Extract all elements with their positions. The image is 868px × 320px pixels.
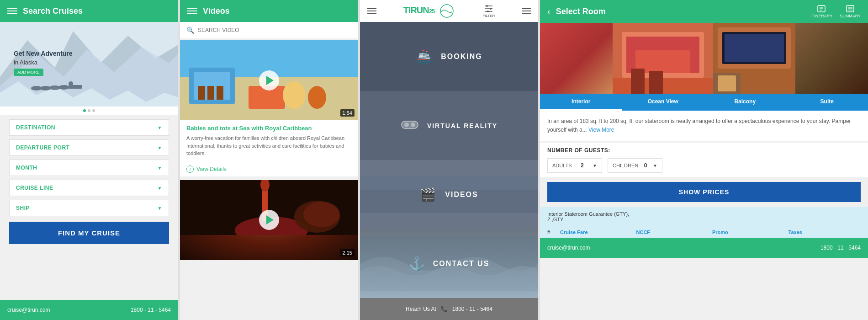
svg-rect-16 (217, 86, 223, 100)
booking-ship-icon: 🚢 (416, 49, 433, 64)
tab-balcony[interactable]: Balcony (704, 94, 786, 111)
itinerary-button[interactable]: ITINERARY (810, 5, 832, 18)
cruise-line-dropdown[interactable]: CRUISE LINE ▼ (9, 180, 169, 196)
month-dropdown[interactable]: MONTH ▼ (9, 160, 169, 176)
children-selector[interactable]: CHILDREN 0 ▼ (608, 158, 662, 173)
video-card-1: 1:54 Babies and tots at Sea with Royal C… (180, 40, 358, 176)
svg-rect-60 (649, 71, 663, 94)
filter-icon (484, 5, 494, 13)
video-card-2: 2:15 (180, 180, 358, 260)
panel3-header: TIRUN25 FILTER (360, 0, 538, 22)
play-icon (266, 76, 274, 85)
guests-row: ADULTS 2 ▼ CHILDREN 0 ▼ (547, 158, 861, 173)
tab-suite[interactable]: Suite (786, 94, 868, 111)
select-room-panel: ‹ Select Room ITINERARY SUMMAR (540, 0, 868, 320)
video1-view-details[interactable]: i View Details (180, 162, 358, 176)
view-details-label: View Details (196, 166, 227, 172)
dot-1[interactable] (83, 109, 86, 112)
panel4-footer-email: cruise@tirun.com (547, 245, 590, 251)
svg-point-34 (404, 123, 409, 127)
hero-action-btn[interactable]: ADD MORE (14, 69, 43, 76)
vr-icon (401, 117, 419, 134)
adults-label: ADULTS (552, 163, 572, 168)
itinerary-icon (817, 5, 826, 13)
filter-form: DESTINATION ▼ DEPARTURE PORT ▼ MONTH ▼ C… (0, 115, 178, 300)
tab-ocean-view[interactable]: Ocean View (622, 94, 704, 111)
destination-dropdown[interactable]: DESTINATION ▼ (9, 119, 169, 136)
footer-email: cruise@tirun.com (7, 307, 50, 313)
menu-item-booking[interactable]: 🚢 BOOKING (360, 22, 538, 91)
panel4-footer-phone: 1800 - 11 - 5464 (820, 245, 861, 251)
menu-item-videos[interactable]: 🎬 VIDEOS (360, 160, 538, 229)
guarantee-label: Interior Stateroom Guarantee (GTY), (547, 211, 861, 217)
summary-label: SUMMARY (840, 14, 861, 18)
reach-us-text: Reach Us At (406, 306, 436, 312)
video1-description: A worry-free vacation for families with … (186, 134, 352, 157)
phone-icon: 📞 (441, 306, 448, 312)
menu-item-vr[interactable]: VIRTUAL REALITY (360, 91, 538, 160)
video2-play-button[interactable] (259, 210, 279, 230)
adults-selector[interactable]: ADULTS 2 ▼ (547, 158, 602, 173)
children-value: 0 (644, 162, 647, 169)
svg-point-9 (69, 81, 73, 86)
dot-3[interactable] (92, 109, 95, 112)
tirun-25: 25 (429, 8, 434, 15)
menu-hamburger-right[interactable] (522, 8, 531, 14)
anchor-icon: ⚓ (409, 256, 426, 271)
video-search-input[interactable] (198, 27, 352, 33)
contact-content: ⚓ CONTACT US (409, 256, 490, 271)
svg-point-18 (283, 81, 306, 109)
room-description: In an area of 183 sq. ft to 200 sq. ft, … (540, 111, 868, 141)
panel1-title: Search Cruises (23, 6, 83, 16)
videos-label: VIDEOS (445, 191, 478, 199)
menu-hamburger[interactable] (367, 8, 376, 14)
guarantee-type: Z ,GTY (547, 217, 861, 222)
main-menu-grid: 🚢 BOOKING VIRTUAL REALITY 🎬 VIDEOS (360, 22, 538, 298)
svg-point-28 (486, 5, 488, 7)
view-more-link[interactable]: View More (588, 127, 614, 133)
header-icons-group: ITINERARY SUMMARY (810, 5, 861, 18)
menu-item-contact[interactable]: ⚓ CONTACT US (360, 229, 538, 298)
footer-phone: 1800 - 11 - 5464 (131, 307, 171, 313)
itinerary-label: ITINERARY (810, 14, 832, 18)
videos-camera-icon: 🎬 (420, 187, 437, 202)
panel1-header: Search Cruises (0, 0, 178, 22)
ship-arrow-icon: ▼ (158, 206, 162, 211)
panel2-title: Videos (203, 6, 230, 16)
hero-main-text: Get New Adventure (14, 49, 73, 59)
room-photo (540, 23, 868, 94)
svg-point-19 (308, 86, 326, 109)
children-arrow-icon: ▼ (653, 163, 657, 168)
video-thumb-1[interactable]: 1:54 (180, 40, 358, 120)
show-prices-button[interactable]: SHOW PRICES (547, 182, 861, 202)
video1-play-button[interactable] (259, 70, 279, 91)
dot-2[interactable] (88, 109, 90, 112)
info-icon: i (186, 165, 194, 173)
svg-rect-14 (198, 86, 205, 100)
svg-rect-59 (631, 69, 645, 94)
back-arrow-button[interactable]: ‹ (547, 6, 550, 17)
video1-duration: 1:54 (340, 109, 355, 117)
hamburger-menu[interactable] (7, 8, 17, 14)
panel4-header: ‹ Select Room ITINERARY SUMMAR (540, 0, 868, 23)
tab-interior[interactable]: Interior (540, 94, 622, 111)
video-thumb-2[interactable]: 2:15 (180, 180, 358, 260)
panel4-footer: cruise@tirun.com 1800 - 11 - 5464 (540, 238, 868, 258)
find-my-cruise-button[interactable]: FIND MY CRUISE (9, 222, 169, 244)
panel1-footer: cruise@tirun.com 1800 - 11 - 5464 (0, 300, 178, 320)
videos-hamburger-menu[interactable] (187, 8, 197, 14)
price-col-promo: Promo (712, 229, 785, 235)
price-table-header: # Cruise Fare NCCF Promo Taxes (540, 227, 868, 238)
departure-port-dropdown[interactable]: DEPARTURE PORT ▼ (9, 139, 169, 156)
adults-value: 2 (581, 162, 584, 169)
svg-rect-33 (402, 121, 418, 128)
contact-label: CONTACT US (433, 260, 490, 268)
video-search-bar[interactable]: 🔍 (180, 22, 358, 38)
room-tabs: Interior Ocean View Balcony Suite (540, 94, 868, 111)
summary-button[interactable]: SUMMARY (840, 5, 861, 18)
svg-point-32 (487, 11, 489, 12)
ship-dropdown[interactable]: SHIP ▼ (9, 200, 169, 216)
month-label: MONTH (16, 165, 37, 171)
contact-phone-bar: Reach Us At 📞 1800 - 11 - 5464 (360, 298, 538, 320)
filter-button[interactable]: FILTER (482, 5, 495, 18)
